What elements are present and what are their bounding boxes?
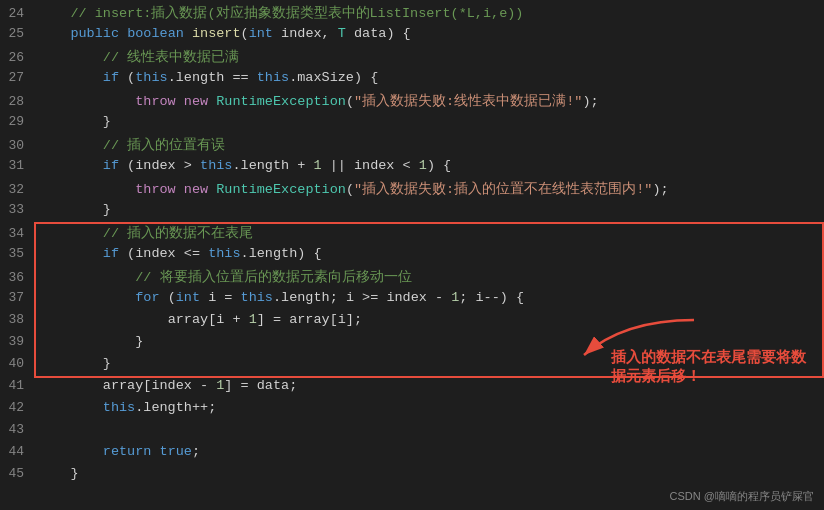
line-content: // 插入的位置有误 xyxy=(34,136,824,154)
code-line-45: 45 } xyxy=(0,466,824,488)
code-line-42: 42 this.length++; xyxy=(0,400,824,422)
watermark: CSDN @嘀嘀的程序员铲屎官 xyxy=(670,489,814,504)
line-number: 24 xyxy=(0,6,34,21)
code-line-24: 24 // insert:插入数据(对应抽象数据类型表中的ListInsert(… xyxy=(0,4,824,26)
code-line-35: 35 if (index <= this.length) { xyxy=(0,246,824,268)
line-number: 27 xyxy=(0,70,34,85)
line-number: 30 xyxy=(0,138,34,153)
line-content: // 将要插入位置后的数据元素向后移动一位 xyxy=(34,268,824,286)
line-number: 43 xyxy=(0,422,34,437)
line-number: 29 xyxy=(0,114,34,129)
line-number: 40 xyxy=(0,356,34,371)
line-number: 33 xyxy=(0,202,34,217)
line-number: 34 xyxy=(0,226,34,241)
line-content: this.length++; xyxy=(34,400,824,415)
code-line-38: 38 array[i + 1] = array[i]; xyxy=(0,312,824,334)
code-line-27: 27 if (this.length == this.maxSize) { xyxy=(0,70,824,92)
line-number: 45 xyxy=(0,466,34,481)
line-content: if (index > this.length + 1 || index < 1… xyxy=(34,158,824,173)
code-line-41: 41 array[index - 1] = data; xyxy=(0,378,824,400)
line-content: // 插入的数据不在表尾 xyxy=(34,224,824,242)
code-area: 24 // insert:插入数据(对应抽象数据类型表中的ListInsert(… xyxy=(0,0,824,492)
code-line-33: 33 } xyxy=(0,202,824,224)
line-number: 26 xyxy=(0,50,34,65)
line-content: } xyxy=(34,202,824,217)
code-line-26: 26 // 线性表中数据已满 xyxy=(0,48,824,70)
line-number: 42 xyxy=(0,400,34,415)
line-number: 31 xyxy=(0,158,34,173)
line-content: if (this.length == this.maxSize) { xyxy=(34,70,824,85)
line-content: return true; xyxy=(34,444,824,459)
code-line-31: 31 if (index > this.length + 1 || index … xyxy=(0,158,824,180)
line-content: array[i + 1] = array[i]; xyxy=(34,312,824,327)
line-content: throw new RuntimeException("插入数据失败:插入的位置… xyxy=(34,180,824,198)
line-content: // 线性表中数据已满 xyxy=(34,48,824,66)
line-number: 35 xyxy=(0,246,34,261)
line-content: // insert:插入数据(对应抽象数据类型表中的ListInsert(*L,… xyxy=(34,4,824,22)
line-number: 38 xyxy=(0,312,34,327)
line-number: 25 xyxy=(0,26,34,41)
line-number: 28 xyxy=(0,94,34,109)
line-number: 41 xyxy=(0,378,34,393)
line-content: for (int i = this.length; i >= index - 1… xyxy=(34,290,824,305)
code-line-39: 39 } xyxy=(0,334,824,356)
code-line-37: 37 for (int i = this.length; i >= index … xyxy=(0,290,824,312)
code-line-34: 34 // 插入的数据不在表尾 xyxy=(0,224,824,246)
line-content: } xyxy=(34,114,824,129)
code-line-30: 30 // 插入的位置有误 xyxy=(0,136,824,158)
code-line-32: 32 throw new RuntimeException("插入数据失败:插入… xyxy=(0,180,824,202)
line-content: throw new RuntimeException("插入数据失败:线性表中数… xyxy=(34,92,824,110)
line-content: } xyxy=(34,334,824,349)
code-line-40: 40 } xyxy=(0,356,824,378)
code-line-44: 44 return true; xyxy=(0,444,824,466)
line-number: 37 xyxy=(0,290,34,305)
line-number: 39 xyxy=(0,334,34,349)
line-content: } xyxy=(34,466,824,481)
line-content: if (index <= this.length) { xyxy=(34,246,824,261)
code-line-25: 25 public boolean insert(int index, T da… xyxy=(0,26,824,48)
line-content: public boolean insert(int index, T data)… xyxy=(34,26,824,41)
line-number: 44 xyxy=(0,444,34,459)
code-line-36: 36 // 将要插入位置后的数据元素向后移动一位 xyxy=(0,268,824,290)
code-line-29: 29 } xyxy=(0,114,824,136)
line-content: } xyxy=(34,356,824,371)
code-line-28: 28 throw new RuntimeException("插入数据失败:线性… xyxy=(0,92,824,114)
code-line-43: 43 xyxy=(0,422,824,444)
line-number: 36 xyxy=(0,270,34,285)
line-content: array[index - 1] = data; xyxy=(34,378,824,393)
line-number: 32 xyxy=(0,182,34,197)
